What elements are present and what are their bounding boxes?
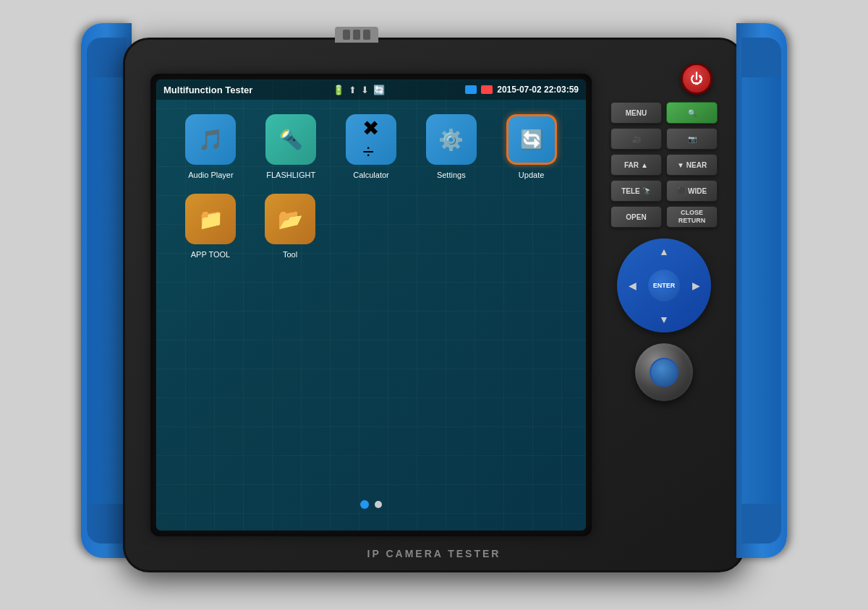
folder-icon: 📂	[278, 207, 303, 231]
button-grid: MENU 🔍 🎥 📷 FAR ▲	[610, 102, 718, 228]
app-icon-apptool[interactable]: 📁 APP TOOL	[185, 194, 236, 259]
device-label: IP CAMERA TESTER	[367, 548, 501, 559]
page-dot-1[interactable]	[360, 500, 369, 509]
photo-button[interactable]: 📷	[666, 128, 718, 150]
app-label-apptool: APP TOOL	[191, 250, 230, 259]
wide-icon: ⬛	[677, 187, 686, 195]
app-icon-calculator[interactable]: ✖÷ Calculator	[339, 114, 404, 179]
device-inner: Multifunction Tester 🔋 ⬆ ⬇ 🔄 2015-07-02	[125, 38, 743, 572]
page-dots	[360, 500, 382, 509]
status-bar: Multifunction Tester 🔋 ⬆ ⬇ 🔄 2015-07-02	[156, 80, 586, 100]
menu-label: MENU	[626, 109, 647, 117]
app-label-calculator: Calculator	[353, 171, 389, 179]
video-icon: 🎥	[632, 135, 641, 143]
app-icon-settings[interactable]: ⚙️ Settings	[418, 114, 484, 179]
settings-gear-icon: ⚙️	[438, 128, 464, 152]
far-button[interactable]: FAR ▲	[610, 154, 662, 176]
control-panel: MENU 🔍 🎥 📷 FAR ▲	[603, 52, 726, 558]
app-icon-update[interactable]: 🔄 Update	[498, 114, 564, 179]
wifi-icon	[465, 85, 477, 94]
near-button[interactable]: ▼ NEAR	[666, 154, 718, 176]
update-icon: 🔄	[520, 129, 543, 151]
page-dot-2[interactable]	[375, 501, 382, 508]
device-wrapper: Multifunction Tester 🔋 ⬆ ⬇ 🔄 2015-07-02	[109, 23, 760, 587]
app-label-audio: Audio Player	[188, 171, 233, 179]
grip-br	[741, 504, 781, 544]
close-return-label: CLOSERETURN	[678, 209, 706, 225]
down-icon: ▼	[677, 161, 684, 169]
sync-icon: 🔄	[373, 85, 385, 95]
folder-gear-icon: 📁	[198, 207, 224, 231]
grip-tl	[87, 38, 127, 77]
dpad-left-button[interactable]: ◀	[621, 277, 643, 294]
video-button[interactable]: 🎥	[610, 128, 662, 150]
app-icon-flashlight[interactable]: 🔦 FLASHLIGHT	[258, 114, 324, 179]
calculator-icon: ✖÷	[362, 116, 379, 163]
close-return-button[interactable]: CLOSERETURN	[666, 206, 718, 228]
status-right: 2015-07-02 22:03:59	[465, 85, 579, 95]
app-img-settings: ⚙️	[426, 114, 477, 165]
dpad-container: ▲ ▼ ◀ ▶ ENTER	[617, 239, 711, 332]
device-body: Multifunction Tester 🔋 ⬆ ⬇ 🔄 2015-07-02	[123, 38, 745, 572]
dpad-up-button[interactable]: ▲	[653, 243, 675, 260]
flashlight-icon: 🔦	[279, 129, 302, 151]
grip-tr	[741, 38, 781, 77]
app-grid-row2: 📁 APP TOOL 📂 Tool	[156, 194, 586, 259]
near-label: NEAR	[686, 161, 707, 169]
app-img-apptool: 📁	[185, 194, 236, 244]
signal-icon	[481, 85, 493, 94]
search-button[interactable]: 🔍	[666, 102, 718, 124]
wide-label: WIDE	[688, 187, 707, 195]
app-img-audio: 🎵	[185, 114, 236, 165]
app-icon-audio-player[interactable]: 🎵 Audio Player	[178, 114, 244, 179]
open-label: OPEN	[626, 213, 646, 221]
tele-button[interactable]: TELE 🔭	[610, 180, 662, 202]
status-icons: 🔋 ⬆ ⬇ 🔄	[333, 85, 385, 95]
datetime: 2015-07-02 22:03:59	[497, 85, 579, 95]
music-note-icon: 🎵	[198, 128, 224, 152]
photo-icon: 📷	[688, 135, 697, 143]
menu-button[interactable]: MENU	[610, 102, 662, 124]
app-img-tool: 📂	[265, 194, 315, 244]
app-label-flashlight: FLASHLIGHT	[266, 171, 315, 179]
open-button[interactable]: OPEN	[610, 206, 662, 228]
scroll-wheel[interactable]	[635, 343, 693, 401]
app-img-calculator: ✖÷	[346, 114, 396, 165]
search-icon: 🔍	[688, 109, 697, 117]
download-icon: ⬇	[361, 85, 369, 95]
screen-bezel: Multifunction Tester 🔋 ⬆ ⬇ 🔄 2015-07-02	[150, 74, 592, 536]
app-grid-row1: 🎵 Audio Player 🔦 FLASHLIGHT	[156, 100, 586, 194]
far-label: FAR	[624, 161, 639, 169]
enter-button[interactable]: ENTER	[648, 270, 680, 301]
power-button[interactable]	[681, 63, 712, 95]
app-img-flashlight: 🔦	[265, 114, 316, 165]
dpad-right-button[interactable]: ▶	[685, 277, 707, 294]
upload-icon: ⬆	[349, 85, 357, 95]
handle-right	[736, 23, 787, 558]
battery-icon: 🔋	[333, 85, 344, 95]
up-icon: ▲	[641, 161, 648, 169]
wide-button[interactable]: ⬛ WIDE	[666, 180, 718, 202]
app-icon-tool[interactable]: 📂 Tool	[265, 194, 315, 259]
tele-icon: 🔭	[642, 187, 651, 195]
status-title: Multifunction Tester	[163, 85, 252, 95]
screen-section: Multifunction Tester 🔋 ⬆ ⬇ 🔄 2015-07-02	[125, 52, 603, 558]
enter-label: ENTER	[653, 282, 676, 289]
screen: Multifunction Tester 🔋 ⬆ ⬇ 🔄 2015-07-02	[156, 80, 586, 530]
app-label-settings: Settings	[437, 171, 466, 179]
tele-label: TELE	[621, 187, 640, 195]
grip-bl	[87, 504, 127, 544]
dpad-down-button[interactable]: ▼	[653, 311, 675, 328]
scroll-inner	[650, 358, 678, 387]
app-label-tool: Tool	[283, 250, 297, 259]
app-img-update: 🔄	[506, 114, 557, 165]
app-label-update: Update	[519, 171, 544, 179]
